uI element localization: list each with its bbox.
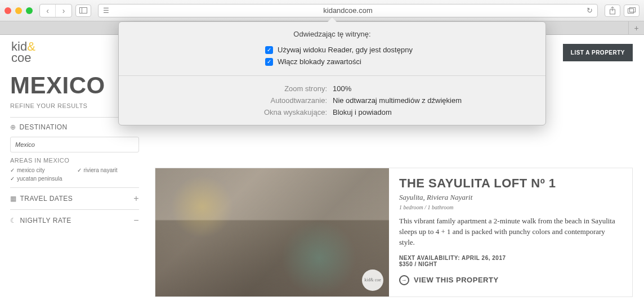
area-item[interactable]: ✓mexico city	[10, 167, 73, 173]
content-blockers-checkbox-row[interactable]: ✓ Włącz blokady zawartości	[119, 56, 545, 68]
minimize-window-button[interactable]	[15, 7, 22, 14]
reader-checkbox-row[interactable]: ✓ Używaj widoku Reader, gdy jest dostępn…	[119, 44, 545, 56]
tabs-button[interactable]	[624, 5, 639, 17]
checkbox-checked-icon: ✓	[265, 46, 273, 54]
listing-card: kid& coe THE SAYULITA LOFT Nº 1 Sayulita…	[155, 168, 633, 297]
nav-buttons: ‹ ›	[39, 4, 72, 17]
listing-availability: NEXT AVAILABILITY: APRIL 26, 2017	[399, 255, 622, 261]
zoom-label: Zoom strony:	[119, 84, 327, 93]
content-blockers-checkbox-label: Włącz blokady zawartości	[278, 57, 361, 66]
autoplay-row: Autoodtwarzanie: Nie odtwarzaj multimedi…	[119, 95, 545, 106]
checkbox-checked-icon: ✓	[265, 58, 273, 66]
reader-icon[interactable]: ☰	[103, 7, 109, 15]
destination-label: DESTINATION	[20, 123, 68, 131]
listing-image[interactable]: kid& coe	[155, 168, 389, 296]
browser-toolbar: ‹ › ☰ kidandcoe.com ↻	[0, 0, 644, 21]
travel-dates-label: TRAVEL DATES	[20, 195, 73, 203]
url-text: kidandcoe.com	[109, 6, 587, 15]
globe-icon: ⊕	[10, 123, 16, 131]
expand-icon: +	[133, 194, 139, 204]
check-icon: ✓	[77, 167, 82, 173]
sidebar-toggle-button[interactable]	[75, 5, 91, 17]
filter-travel-dates[interactable]: ▦ TRAVEL DATES +	[10, 187, 139, 209]
filter-nightly-rate[interactable]: ☾ NIGHTLY RATE −	[10, 209, 139, 231]
close-window-button[interactable]	[5, 7, 11, 14]
autoplay-label: Autoodtwarzanie:	[119, 96, 327, 105]
logo-text-2: coe	[11, 51, 31, 65]
areas-label: AREAS IN MEXICO	[10, 157, 139, 164]
address-bar[interactable]: ☰ kidandcoe.com ↻	[98, 4, 598, 17]
view-property-label: VIEW THIS PROPERTY	[414, 276, 499, 284]
svg-rect-4	[628, 8, 634, 13]
site-logo[interactable]: kid& coe	[11, 41, 35, 64]
listing-location: Sayulita, Riviera Nayarit	[399, 193, 622, 202]
listing-description: This vibrant family apartment a 2-minute…	[399, 216, 622, 248]
back-button[interactable]: ‹	[40, 5, 56, 17]
traffic-lights	[5, 7, 33, 14]
check-icon: ✓	[10, 167, 15, 173]
area-item[interactable]: ✓yucatan peninsula	[10, 176, 73, 182]
reader-checkbox-label: Używaj widoku Reader, gdy jest dostępny	[278, 46, 413, 54]
site-settings-popover: Odwiedzając tę witrynę: ✓ Używaj widoku …	[118, 21, 546, 125]
listing-badge: kid& coe	[362, 269, 383, 291]
popover-title: Odwiedzając tę witrynę:	[119, 22, 545, 44]
check-icon: ✓	[10, 176, 15, 182]
moon-icon: ☾	[10, 217, 17, 224]
filter-destination: ⊕ DESTINATION Mexico AREAS IN MEXICO ✓me…	[10, 117, 139, 187]
forward-button[interactable]: ›	[56, 5, 71, 17]
svg-rect-0	[80, 8, 87, 14]
list-property-button[interactable]: LIST A PROPERTY	[563, 44, 633, 61]
nightly-rate-label: NIGHTLY RATE	[20, 217, 71, 224]
share-button[interactable]	[605, 5, 620, 17]
maximize-window-button[interactable]	[26, 7, 33, 14]
zoom-value[interactable]: 100%	[333, 84, 351, 93]
listing-rooms: 1 bedroom / 1 bathroom	[399, 204, 622, 210]
collapse-icon: −	[133, 215, 139, 226]
zoom-row: Zoom strony: 100%	[119, 83, 545, 95]
view-property-button[interactable]: → VIEW THIS PROPERTY	[399, 275, 622, 285]
destination-input[interactable]: Mexico	[10, 137, 139, 152]
popups-value[interactable]: Blokuj i powiadom	[333, 108, 392, 116]
listing-title: THE SAYULITA LOFT Nº 1	[399, 176, 622, 191]
calendar-icon: ▦	[10, 195, 17, 203]
listing-price: $350 / NIGHT	[399, 261, 622, 267]
svg-rect-5	[630, 7, 636, 12]
refresh-icon[interactable]: ↻	[587, 6, 593, 15]
autoplay-value[interactable]: Nie odtwarzaj multimediów z dźwiękiem	[333, 96, 462, 105]
popups-label: Okna wyskakujące:	[119, 108, 327, 116]
new-tab-button[interactable]: +	[628, 21, 644, 34]
area-item[interactable]: ✓riviera nayarit	[77, 167, 140, 173]
arrow-right-icon: →	[399, 275, 409, 285]
popups-row: Okna wyskakujące: Blokuj i powiadom	[119, 106, 545, 118]
